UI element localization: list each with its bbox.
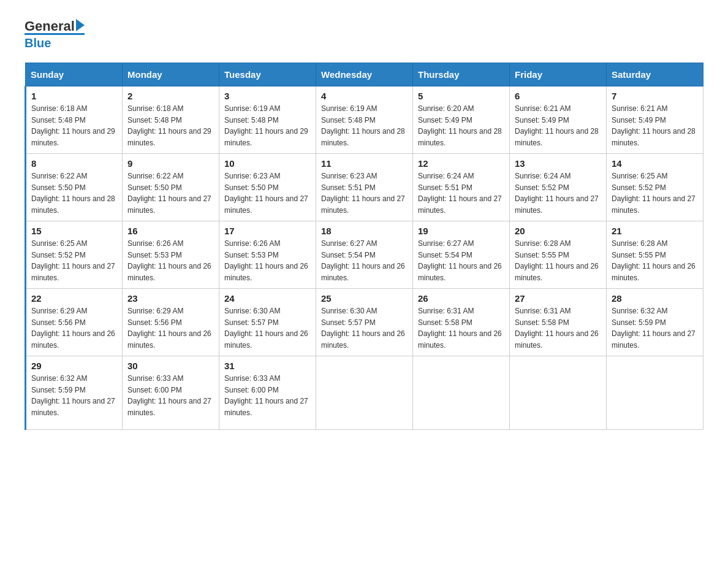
calendar-cell: 2Sunrise: 6:18 AMSunset: 5:48 PMDaylight…	[123, 86, 219, 154]
calendar-week-row: 15Sunrise: 6:25 AMSunset: 5:52 PMDayligh…	[26, 221, 703, 289]
calendar-cell: 17Sunrise: 6:26 AMSunset: 5:53 PMDayligh…	[219, 221, 316, 289]
calendar-cell	[510, 356, 607, 430]
day-info: Sunrise: 6:26 AMSunset: 5:53 PMDaylight:…	[127, 238, 214, 283]
day-info: Sunrise: 6:20 AMSunset: 5:49 PMDaylight:…	[418, 103, 504, 148]
calendar-week-row: 29Sunrise: 6:32 AMSunset: 5:59 PMDayligh…	[26, 356, 703, 430]
weekday-header-wednesday: Wednesday	[316, 63, 413, 86]
day-number: 20	[515, 226, 601, 236]
day-number: 5	[418, 91, 504, 101]
day-info: Sunrise: 6:30 AMSunset: 5:57 PMDaylight:…	[224, 305, 311, 351]
day-info: Sunrise: 6:21 AMSunset: 5:49 PMDaylight:…	[612, 103, 698, 148]
calendar-cell: 31Sunrise: 6:33 AMSunset: 6:00 PMDayligh…	[219, 356, 316, 430]
day-info: Sunrise: 6:21 AMSunset: 5:49 PMDaylight:…	[515, 103, 601, 148]
calendar-cell: 1Sunrise: 6:18 AMSunset: 5:48 PMDaylight…	[26, 86, 123, 154]
day-info: Sunrise: 6:28 AMSunset: 5:55 PMDaylight:…	[612, 238, 698, 283]
calendar-cell: 9Sunrise: 6:22 AMSunset: 5:50 PMDaylight…	[123, 154, 219, 221]
day-info: Sunrise: 6:19 AMSunset: 5:48 PMDaylight:…	[224, 103, 311, 148]
weekday-header-friday: Friday	[510, 63, 607, 86]
day-info: Sunrise: 6:24 AMSunset: 5:51 PMDaylight:…	[418, 170, 504, 216]
calendar-cell: 5Sunrise: 6:20 AMSunset: 5:49 PMDaylight…	[413, 86, 510, 154]
calendar-cell: 10Sunrise: 6:23 AMSunset: 5:50 PMDayligh…	[219, 154, 316, 221]
day-number: 22	[31, 293, 117, 304]
day-info: Sunrise: 6:31 AMSunset: 5:58 PMDaylight:…	[418, 305, 504, 351]
day-number: 29	[31, 361, 117, 371]
calendar-cell: 4Sunrise: 6:19 AMSunset: 5:48 PMDaylight…	[316, 86, 413, 154]
day-number: 4	[321, 91, 408, 101]
day-number: 27	[515, 293, 601, 304]
page-header: General Blue	[25, 18, 703, 50]
day-number: 1	[31, 91, 117, 101]
day-info: Sunrise: 6:23 AMSunset: 5:50 PMDaylight:…	[224, 170, 311, 216]
day-info: Sunrise: 6:23 AMSunset: 5:51 PMDaylight:…	[321, 170, 408, 216]
calendar-cell: 21Sunrise: 6:28 AMSunset: 5:55 PMDayligh…	[607, 221, 703, 289]
calendar-cell: 7Sunrise: 6:21 AMSunset: 5:49 PMDaylight…	[607, 86, 703, 154]
day-number: 9	[127, 158, 214, 169]
calendar-week-row: 1Sunrise: 6:18 AMSunset: 5:48 PMDaylight…	[26, 86, 703, 154]
logo: General Blue	[25, 18, 85, 50]
calendar-cell: 24Sunrise: 6:30 AMSunset: 5:57 PMDayligh…	[219, 289, 316, 356]
calendar-cell: 30Sunrise: 6:33 AMSunset: 6:00 PMDayligh…	[123, 356, 219, 430]
day-number: 2	[127, 91, 214, 101]
day-info: Sunrise: 6:30 AMSunset: 5:57 PMDaylight:…	[321, 305, 408, 351]
day-number: 16	[127, 226, 214, 236]
calendar-cell: 22Sunrise: 6:29 AMSunset: 5:56 PMDayligh…	[26, 289, 123, 356]
day-info: Sunrise: 6:28 AMSunset: 5:55 PMDaylight:…	[515, 238, 601, 283]
day-number: 8	[31, 158, 117, 169]
calendar-cell: 11Sunrise: 6:23 AMSunset: 5:51 PMDayligh…	[316, 154, 413, 221]
day-info: Sunrise: 6:25 AMSunset: 5:52 PMDaylight:…	[612, 170, 698, 216]
calendar-cell	[607, 356, 703, 430]
day-number: 15	[31, 226, 117, 236]
day-number: 7	[612, 91, 698, 101]
day-info: Sunrise: 6:32 AMSunset: 5:59 PMDaylight:…	[612, 305, 698, 351]
day-info: Sunrise: 6:27 AMSunset: 5:54 PMDaylight:…	[321, 238, 408, 283]
day-number: 11	[321, 158, 408, 169]
day-info: Sunrise: 6:22 AMSunset: 5:50 PMDaylight:…	[31, 170, 117, 216]
day-number: 18	[321, 226, 408, 236]
day-number: 6	[515, 91, 601, 101]
day-info: Sunrise: 6:27 AMSunset: 5:54 PMDaylight:…	[418, 238, 504, 283]
day-number: 14	[612, 158, 698, 169]
calendar-cell	[316, 356, 413, 430]
calendar-cell: 15Sunrise: 6:25 AMSunset: 5:52 PMDayligh…	[26, 221, 123, 289]
calendar-cell: 6Sunrise: 6:21 AMSunset: 5:49 PMDaylight…	[510, 86, 607, 154]
day-number: 19	[418, 226, 504, 236]
calendar-table: SundayMondayTuesdayWednesdayThursdayFrid…	[25, 63, 703, 430]
calendar-cell: 23Sunrise: 6:29 AMSunset: 5:56 PMDayligh…	[123, 289, 219, 356]
day-info: Sunrise: 6:33 AMSunset: 6:00 PMDaylight:…	[127, 373, 214, 418]
logo-general: General	[25, 18, 75, 34]
day-number: 26	[418, 293, 504, 304]
day-info: Sunrise: 6:26 AMSunset: 5:53 PMDaylight:…	[224, 238, 311, 283]
calendar-cell: 3Sunrise: 6:19 AMSunset: 5:48 PMDaylight…	[219, 86, 316, 154]
day-number: 24	[224, 293, 311, 304]
day-info: Sunrise: 6:18 AMSunset: 5:48 PMDaylight:…	[127, 103, 214, 148]
calendar-cell: 28Sunrise: 6:32 AMSunset: 5:59 PMDayligh…	[607, 289, 703, 356]
calendar-cell: 19Sunrise: 6:27 AMSunset: 5:54 PMDayligh…	[413, 221, 510, 289]
calendar-cell: 18Sunrise: 6:27 AMSunset: 5:54 PMDayligh…	[316, 221, 413, 289]
calendar-week-row: 22Sunrise: 6:29 AMSunset: 5:56 PMDayligh…	[26, 289, 703, 356]
day-number: 3	[224, 91, 311, 101]
calendar-cell: 14Sunrise: 6:25 AMSunset: 5:52 PMDayligh…	[607, 154, 703, 221]
day-number: 13	[515, 158, 601, 169]
calendar-cell: 27Sunrise: 6:31 AMSunset: 5:58 PMDayligh…	[510, 289, 607, 356]
weekday-header-thursday: Thursday	[413, 63, 510, 86]
day-number: 17	[224, 226, 311, 236]
weekday-header-saturday: Saturday	[607, 63, 703, 86]
day-info: Sunrise: 6:31 AMSunset: 5:58 PMDaylight:…	[515, 305, 601, 351]
calendar-cell: 12Sunrise: 6:24 AMSunset: 5:51 PMDayligh…	[413, 154, 510, 221]
day-info: Sunrise: 6:19 AMSunset: 5:48 PMDaylight:…	[321, 103, 408, 148]
logo-triangle-icon	[76, 19, 85, 31]
day-number: 31	[224, 361, 311, 371]
calendar-cell: 26Sunrise: 6:31 AMSunset: 5:58 PMDayligh…	[413, 289, 510, 356]
calendar-cell: 8Sunrise: 6:22 AMSunset: 5:50 PMDaylight…	[26, 154, 123, 221]
day-info: Sunrise: 6:33 AMSunset: 6:00 PMDaylight:…	[224, 373, 311, 418]
calendar-cell: 16Sunrise: 6:26 AMSunset: 5:53 PMDayligh…	[123, 221, 219, 289]
weekday-header-sunday: Sunday	[26, 63, 123, 86]
calendar-cell: 25Sunrise: 6:30 AMSunset: 5:57 PMDayligh…	[316, 289, 413, 356]
calendar-cell	[413, 356, 510, 430]
day-number: 25	[321, 293, 408, 304]
day-number: 28	[612, 293, 698, 304]
day-number: 21	[612, 226, 698, 236]
logo-divider: Blue	[25, 33, 85, 50]
day-info: Sunrise: 6:18 AMSunset: 5:48 PMDaylight:…	[31, 103, 117, 148]
calendar-cell: 20Sunrise: 6:28 AMSunset: 5:55 PMDayligh…	[510, 221, 607, 289]
